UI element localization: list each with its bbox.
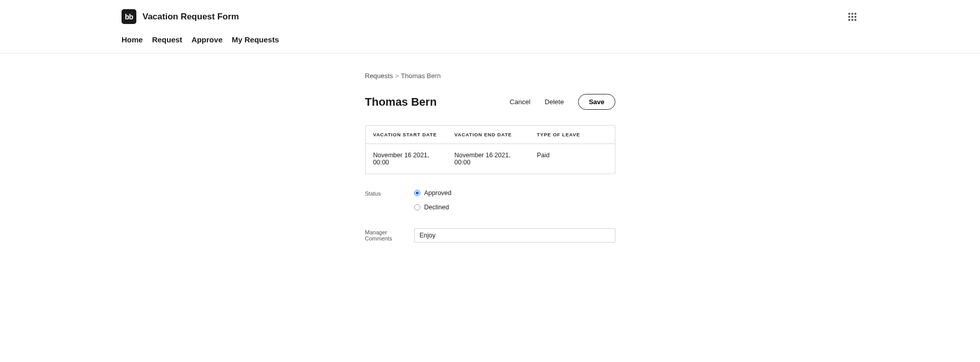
radio-approved-circle — [414, 190, 420, 196]
app-title: Vacation Request Form — [142, 12, 239, 22]
status-row: Status Approved Declined — [365, 189, 615, 211]
brand-logo[interactable]: bb — [122, 9, 136, 24]
main-content: Requests > Thomas Bern Thomas Bern Cance… — [365, 72, 615, 243]
nav-request[interactable]: Request — [152, 35, 182, 44]
cell-end-date: November 16 2021, 00:00 — [447, 144, 529, 174]
title-row: Thomas Bern Cancel Delete Save — [365, 94, 615, 110]
radio-approved[interactable]: Approved — [414, 189, 452, 197]
table-header-row: VACATION START DATE VACATION END DATE TY… — [366, 126, 615, 144]
apps-menu-button[interactable] — [846, 11, 858, 23]
delete-button[interactable]: Delete — [545, 98, 564, 106]
status-radio-group: Approved Declined — [414, 189, 452, 211]
cell-start-date: November 16 2021, 00:00 — [366, 144, 447, 174]
col-header-end-date: VACATION END DATE — [447, 126, 529, 143]
comments-label: Manager Comments — [365, 229, 414, 242]
action-buttons: Cancel Delete Save — [510, 94, 615, 110]
col-header-leave-type: TYPE OF LEAVE — [529, 126, 614, 143]
table-row: November 16 2021, 00:00 November 16 2021… — [366, 144, 615, 174]
header-left: bb Vacation Request Form — [122, 9, 239, 24]
nav-home[interactable]: Home — [122, 35, 143, 44]
comments-row: Manager Comments — [365, 228, 615, 243]
page-title: Thomas Bern — [365, 95, 437, 109]
status-label: Status — [365, 189, 414, 211]
main-nav: Home Request Approve My Requests — [0, 31, 980, 54]
vacation-table: VACATION START DATE VACATION END DATE TY… — [365, 125, 615, 174]
breadcrumb-current: Thomas Bern — [401, 72, 441, 80]
breadcrumb-requests-link[interactable]: Requests — [365, 72, 393, 80]
header: bb Vacation Request Form — [0, 0, 980, 31]
radio-dot-icon — [416, 191, 419, 195]
col-header-start-date: VACATION START DATE — [366, 126, 447, 143]
radio-declined-label: Declined — [424, 204, 449, 211]
nav-my-requests[interactable]: My Requests — [232, 35, 279, 44]
logo-text: bb — [125, 13, 133, 21]
comments-input[interactable] — [414, 228, 615, 243]
breadcrumb: Requests > Thomas Bern — [365, 72, 615, 80]
radio-declined[interactable]: Declined — [414, 204, 452, 211]
cell-leave-type: Paid — [529, 144, 614, 174]
apps-grid-icon — [848, 13, 856, 21]
nav-approve[interactable]: Approve — [192, 35, 223, 44]
radio-approved-label: Approved — [424, 189, 452, 197]
save-button[interactable]: Save — [578, 94, 615, 110]
breadcrumb-separator: > — [395, 72, 399, 80]
cancel-button[interactable]: Cancel — [510, 98, 530, 106]
radio-declined-circle — [414, 204, 420, 210]
